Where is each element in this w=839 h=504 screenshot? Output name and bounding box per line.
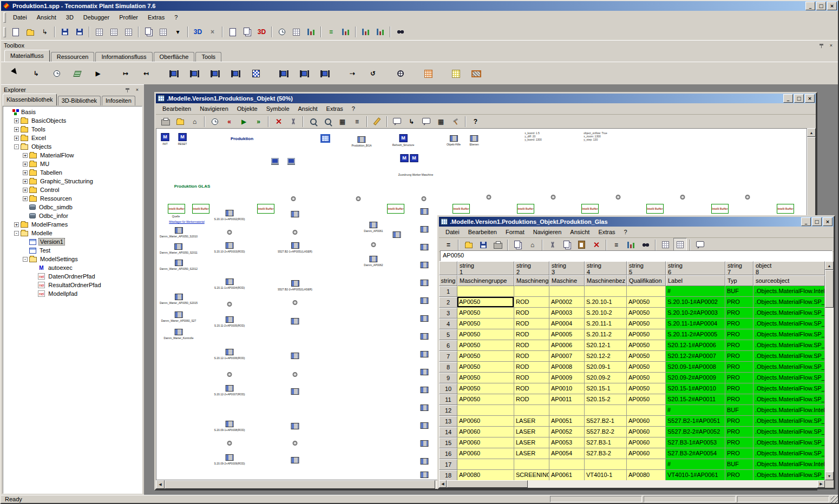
- cell-r2c3[interactable]: AP0002: [549, 297, 585, 308]
- row-header-type[interactable]: string: [439, 275, 457, 286]
- insert-icon[interactable]: ≡: [609, 238, 623, 251]
- frame-tool[interactable]: [468, 65, 484, 82]
- single-station-tool[interactable]: [166, 65, 182, 82]
- menu-item-profiler[interactable]: Profiler: [114, 12, 143, 23]
- cell-r1c4[interactable]: [585, 286, 627, 297]
- cell-r15c2[interactable]: LASER: [514, 437, 549, 448]
- cell-r9c3[interactable]: AP0009: [549, 373, 585, 383]
- menu-item-3d[interactable]: 3D: [61, 12, 78, 23]
- cell-r5c2[interactable]: ROD: [514, 329, 549, 340]
- cell-r5c1[interactable]: AP0050: [457, 329, 514, 340]
- cell-r11c6[interactable]: S20.15-2#AP0011: [666, 394, 725, 405]
- menu-item-debugger[interactable]: Debugger: [78, 12, 114, 23]
- menu-item-help[interactable]: ?: [620, 227, 632, 237]
- connector-tool[interactable]: ↳: [28, 65, 44, 82]
- cell-r7c6[interactable]: S20.12-2#AP0007: [666, 351, 725, 362]
- tree-item-modelle[interactable]: -Modelle: [3, 229, 142, 237]
- model-node-intelli-buffer[interactable]: Intelli Buffer: [453, 204, 470, 214]
- menu-item-navigieren[interactable]: Navigieren: [529, 227, 566, 237]
- close-button[interactable]: ×: [823, 217, 833, 226]
- track-grid-tool[interactable]: [420, 65, 436, 82]
- cell-r6c4[interactable]: S20.12-1: [585, 340, 627, 351]
- cell-r16c1[interactable]: AP0060: [457, 448, 514, 459]
- gantt-chart-icon[interactable]: [373, 25, 387, 39]
- cell-r5c6[interactable]: S.20.11-2#AP0005: [666, 329, 725, 340]
- cell-r4c6[interactable]: S.20.11-1#AP0004: [666, 319, 725, 329]
- row-number[interactable]: 10: [439, 383, 457, 394]
- row-number[interactable]: 11: [439, 394, 457, 405]
- column-name-header[interactable]: Maschine: [549, 275, 585, 286]
- cell-r3c6[interactable]: S.20.10-2#AP0003: [666, 308, 725, 319]
- column-type-header[interactable]: string 7: [725, 261, 753, 275]
- cell-r2c6[interactable]: S.20.10-1#AP0002: [666, 297, 725, 308]
- cell-r5c3[interactable]: AP0005: [549, 329, 585, 340]
- cell-r18c7[interactable]: PRO: [725, 470, 753, 480]
- help-icon[interactable]: ?: [469, 115, 482, 128]
- cell-r11c2[interactable]: ROD: [514, 394, 549, 405]
- row-number[interactable]: 7: [439, 351, 457, 362]
- model-node-ebenen[interactable]: Ebenen: [469, 135, 479, 146]
- tree-item-modelsettings[interactable]: -ModelSettings: [3, 255, 142, 263]
- model-node-s-20-09-1-ap0008-rod[interactable]: S.20.09-1+AP0008(ROD): [214, 421, 245, 432]
- model-node-machine[interactable]: [421, 440, 429, 447]
- cell-r14c1[interactable]: AP0060: [457, 427, 514, 437]
- tree-item-autoexec[interactable]: Mautoexec: [3, 263, 142, 272]
- cell-r1c5[interactable]: [627, 286, 666, 297]
- event-controller-icon[interactable]: [275, 25, 289, 39]
- 3d-viewer-icon[interactable]: 3D: [191, 25, 205, 39]
- model-node-machine[interactable]: [291, 388, 299, 395]
- zoom-out-icon[interactable]: [321, 115, 335, 128]
- delete-icon[interactable]: [272, 115, 285, 128]
- zoom-area-icon[interactable]: ▦: [336, 115, 349, 128]
- cell-r5c4[interactable]: S.20.11-2: [585, 329, 627, 340]
- cell-r6c7[interactable]: PRO: [725, 340, 753, 351]
- cell-r13c4[interactable]: S527.B2-1: [585, 416, 627, 427]
- model-node-machine[interactable]: [421, 244, 429, 250]
- tree-item-excel[interactable]: +Excel: [3, 134, 142, 142]
- line-tool[interactable]: ⇢: [344, 65, 360, 82]
- pin-icon[interactable]: [123, 87, 132, 94]
- pencil-icon[interactable]: [370, 115, 384, 128]
- column-name-header[interactable]: Typ: [725, 275, 753, 286]
- cell-r1c3[interactable]: [549, 286, 585, 297]
- sort-buffer-tool[interactable]: [317, 65, 333, 82]
- cell-r1c8[interactable]: .Objects.MaterialFlow.Intell: [753, 286, 825, 297]
- model-window-title-bar[interactable]: .Modelle.Version1.Produktions_Objekt (50…: [156, 94, 816, 103]
- cell-r9c6[interactable]: S20.09-2#AP0009: [666, 373, 725, 383]
- grid-corner[interactable]: [439, 261, 457, 275]
- close-button[interactable]: ×: [827, 2, 837, 10]
- zoom-in-icon[interactable]: [306, 115, 320, 128]
- cell-r3c3[interactable]: AP0003: [549, 308, 585, 319]
- menu-item-help[interactable]: ?: [348, 104, 359, 114]
- model-node-objekt-hilfe[interactable]: Objekt-Hilfe: [447, 135, 461, 146]
- cell-r8c4[interactable]: S20.09-1: [585, 362, 627, 373]
- menu-item-ansicht[interactable]: Ansicht: [566, 227, 594, 237]
- model-node-machine[interactable]: [421, 280, 429, 286]
- cell-r13c6[interactable]: S527.B2-1#AP0051: [666, 416, 725, 427]
- cell-r13c3[interactable]: AP0051: [549, 416, 585, 427]
- model-node-machine[interactable]: [421, 387, 429, 393]
- cell-r7c2[interactable]: ROD: [514, 351, 549, 362]
- cell-r6c3[interactable]: AP0006: [549, 340, 585, 351]
- cell-r16c4[interactable]: S27.B3-2: [585, 448, 627, 459]
- table-window-title-bar[interactable]: .Modelle.Version1.Produktions_Objekt.Pro…: [439, 217, 834, 227]
- tree-item-control[interactable]: +Control: [3, 185, 142, 194]
- tree-item-version1[interactable]: Version1: [3, 237, 142, 246]
- find-icon[interactable]: [639, 238, 652, 251]
- menu-item-symbole[interactable]: Symbole: [262, 104, 294, 114]
- cell-r11c8[interactable]: .Objects.MaterialFlow.SP_S: [753, 394, 825, 405]
- fast-forward-icon[interactable]: »: [252, 115, 265, 128]
- model-node-produktion-bga[interactable]: Produktion_BGA: [351, 136, 371, 147]
- cell-r8c5[interactable]: AP0050: [627, 362, 666, 373]
- cell-r15c7[interactable]: PRO: [725, 437, 753, 448]
- cell-r10c8[interactable]: .Objects.MaterialFlow.SP_S: [753, 383, 825, 394]
- cell-r4c7[interactable]: PRO: [725, 319, 753, 329]
- cell-r3c1[interactable]: AP0050: [457, 308, 514, 319]
- model-node-gear[interactable]: [227, 441, 232, 446]
- row-number[interactable]: 16: [439, 448, 457, 459]
- cell-r10c4[interactable]: S20.15-1: [585, 383, 627, 394]
- cell-r8c8[interactable]: .Objects.MaterialFlow.SP_S: [753, 362, 825, 373]
- tree-item-mu[interactable]: +MU: [3, 160, 142, 168]
- cell-r1c6[interactable]: #: [666, 286, 725, 297]
- tab-3d-bibliothek[interactable]: 3D-Bibliothek: [58, 96, 101, 105]
